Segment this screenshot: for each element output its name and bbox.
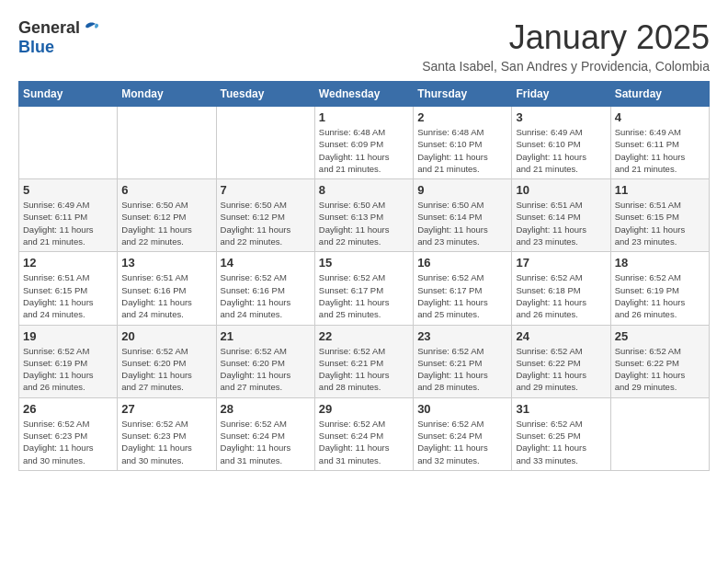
logo-blue: Blue xyxy=(18,38,54,56)
day-cell: 5Sunrise: 6:49 AM Sunset: 6:11 PM Daylig… xyxy=(19,179,118,252)
week-row-4: 19Sunrise: 6:52 AM Sunset: 6:19 PM Dayli… xyxy=(19,325,710,397)
day-cell xyxy=(216,107,314,179)
day-info: Sunrise: 6:52 AM Sunset: 6:25 PM Dayligh… xyxy=(516,418,606,466)
day-number: 22 xyxy=(319,329,409,343)
header-cell-sunday: Sunday xyxy=(19,82,118,107)
logo-general: General xyxy=(18,18,80,38)
day-number: 24 xyxy=(516,329,606,343)
day-info: Sunrise: 6:51 AM Sunset: 6:14 PM Dayligh… xyxy=(516,199,606,247)
day-cell: 24Sunrise: 6:52 AM Sunset: 6:22 PM Dayli… xyxy=(512,325,610,397)
day-number: 23 xyxy=(417,329,507,343)
week-row-2: 5Sunrise: 6:49 AM Sunset: 6:11 PM Daylig… xyxy=(19,179,710,252)
day-info: Sunrise: 6:51 AM Sunset: 6:15 PM Dayligh… xyxy=(23,271,113,320)
day-number: 21 xyxy=(221,329,311,343)
day-cell: 1Sunrise: 6:48 AM Sunset: 6:09 PM Daylig… xyxy=(314,107,413,179)
day-info: Sunrise: 6:52 AM Sunset: 6:23 PM Dayligh… xyxy=(23,418,113,466)
day-info: Sunrise: 6:49 AM Sunset: 6:11 PM Dayligh… xyxy=(615,126,705,175)
day-info: Sunrise: 6:48 AM Sunset: 6:10 PM Dayligh… xyxy=(417,126,507,175)
day-number: 7 xyxy=(221,183,311,197)
day-info: Sunrise: 6:50 AM Sunset: 6:12 PM Dayligh… xyxy=(221,199,311,247)
day-info: Sunrise: 6:49 AM Sunset: 6:10 PM Dayligh… xyxy=(516,126,606,175)
day-number: 19 xyxy=(23,329,113,343)
week-row-3: 12Sunrise: 6:51 AM Sunset: 6:15 PM Dayli… xyxy=(19,252,710,325)
day-info: Sunrise: 6:52 AM Sunset: 6:17 PM Dayligh… xyxy=(417,271,507,320)
week-row-1: 1Sunrise: 6:48 AM Sunset: 6:09 PM Daylig… xyxy=(19,107,710,179)
header-cell-friday: Friday xyxy=(512,82,610,107)
day-number: 31 xyxy=(516,402,606,416)
day-info: Sunrise: 6:52 AM Sunset: 6:19 PM Dayligh… xyxy=(615,271,705,320)
day-cell: 14Sunrise: 6:52 AM Sunset: 6:16 PM Dayli… xyxy=(216,252,314,325)
day-info: Sunrise: 6:51 AM Sunset: 6:15 PM Dayligh… xyxy=(615,199,705,247)
day-number: 18 xyxy=(615,256,705,270)
day-number: 28 xyxy=(221,402,311,416)
day-info: Sunrise: 6:52 AM Sunset: 6:22 PM Dayligh… xyxy=(516,345,606,394)
day-cell: 10Sunrise: 6:51 AM Sunset: 6:14 PM Dayli… xyxy=(512,179,610,252)
day-number: 5 xyxy=(23,183,113,197)
day-number: 27 xyxy=(121,402,211,416)
day-number: 4 xyxy=(615,110,705,124)
day-number: 2 xyxy=(417,110,507,124)
day-info: Sunrise: 6:52 AM Sunset: 6:24 PM Dayligh… xyxy=(417,418,507,466)
day-number: 1 xyxy=(319,110,409,124)
day-cell xyxy=(19,107,118,179)
day-number: 20 xyxy=(121,329,211,343)
header-row: SundayMondayTuesdayWednesdayThursdayFrid… xyxy=(19,82,710,107)
header-cell-tuesday: Tuesday xyxy=(216,82,314,107)
day-info: Sunrise: 6:49 AM Sunset: 6:11 PM Dayligh… xyxy=(23,199,113,247)
day-info: Sunrise: 6:52 AM Sunset: 6:24 PM Dayligh… xyxy=(221,418,311,466)
day-info: Sunrise: 6:52 AM Sunset: 6:20 PM Dayligh… xyxy=(121,345,211,394)
day-cell: 31Sunrise: 6:52 AM Sunset: 6:25 PM Dayli… xyxy=(512,397,610,470)
day-number: 9 xyxy=(417,183,507,197)
day-info: Sunrise: 6:48 AM Sunset: 6:09 PM Dayligh… xyxy=(319,126,409,175)
day-cell: 8Sunrise: 6:50 AM Sunset: 6:13 PM Daylig… xyxy=(314,179,413,252)
day-number: 11 xyxy=(615,183,705,197)
day-cell: 4Sunrise: 6:49 AM Sunset: 6:11 PM Daylig… xyxy=(610,107,709,179)
location-subtitle: Santa Isabel, San Andres y Providencia, … xyxy=(422,59,710,74)
week-row-5: 26Sunrise: 6:52 AM Sunset: 6:23 PM Dayli… xyxy=(19,397,710,470)
day-cell: 11Sunrise: 6:51 AM Sunset: 6:15 PM Dayli… xyxy=(610,179,709,252)
day-info: Sunrise: 6:52 AM Sunset: 6:19 PM Dayligh… xyxy=(23,345,113,394)
month-title: January 2025 xyxy=(422,18,710,57)
day-cell: 20Sunrise: 6:52 AM Sunset: 6:20 PM Dayli… xyxy=(118,325,216,397)
day-number: 26 xyxy=(23,402,113,416)
header-cell-monday: Monday xyxy=(118,82,216,107)
day-info: Sunrise: 6:52 AM Sunset: 6:22 PM Dayligh… xyxy=(615,345,705,394)
calendar-body: 1Sunrise: 6:48 AM Sunset: 6:09 PM Daylig… xyxy=(19,107,710,471)
day-cell: 2Sunrise: 6:48 AM Sunset: 6:10 PM Daylig… xyxy=(414,107,512,179)
day-cell: 19Sunrise: 6:52 AM Sunset: 6:19 PM Dayli… xyxy=(19,325,118,397)
day-number: 29 xyxy=(319,402,409,416)
day-cell: 25Sunrise: 6:52 AM Sunset: 6:22 PM Dayli… xyxy=(610,325,709,397)
day-cell: 18Sunrise: 6:52 AM Sunset: 6:19 PM Dayli… xyxy=(610,252,709,325)
header-cell-wednesday: Wednesday xyxy=(314,82,413,107)
calendar-header: SundayMondayTuesdayWednesdayThursdayFrid… xyxy=(19,82,710,107)
day-number: 14 xyxy=(221,256,311,270)
day-cell: 15Sunrise: 6:52 AM Sunset: 6:17 PM Dayli… xyxy=(314,252,413,325)
day-info: Sunrise: 6:52 AM Sunset: 6:18 PM Dayligh… xyxy=(516,271,606,320)
day-number: 6 xyxy=(121,183,211,197)
day-cell: 23Sunrise: 6:52 AM Sunset: 6:21 PM Dayli… xyxy=(414,325,512,397)
day-info: Sunrise: 6:52 AM Sunset: 6:21 PM Dayligh… xyxy=(319,345,409,394)
day-info: Sunrise: 6:50 AM Sunset: 6:12 PM Dayligh… xyxy=(121,199,211,247)
day-cell: 26Sunrise: 6:52 AM Sunset: 6:23 PM Dayli… xyxy=(19,397,118,470)
day-cell xyxy=(610,397,709,470)
day-number: 13 xyxy=(121,256,211,270)
day-cell: 30Sunrise: 6:52 AM Sunset: 6:24 PM Dayli… xyxy=(414,397,512,470)
day-info: Sunrise: 6:50 AM Sunset: 6:14 PM Dayligh… xyxy=(417,199,507,247)
logo-bird-icon xyxy=(82,19,100,38)
day-cell: 9Sunrise: 6:50 AM Sunset: 6:14 PM Daylig… xyxy=(414,179,512,252)
day-cell: 6Sunrise: 6:50 AM Sunset: 6:12 PM Daylig… xyxy=(118,179,216,252)
day-number: 30 xyxy=(417,402,507,416)
day-cell xyxy=(118,107,216,179)
page-header: General Blue January 2025 Santa Isabel, … xyxy=(18,18,710,74)
day-info: Sunrise: 6:50 AM Sunset: 6:13 PM Dayligh… xyxy=(319,199,409,247)
day-info: Sunrise: 6:51 AM Sunset: 6:16 PM Dayligh… xyxy=(121,271,211,320)
day-number: 25 xyxy=(615,329,705,343)
title-section: January 2025 Santa Isabel, San Andres y … xyxy=(422,18,710,74)
header-cell-thursday: Thursday xyxy=(414,82,512,107)
day-cell: 28Sunrise: 6:52 AM Sunset: 6:24 PM Dayli… xyxy=(216,397,314,470)
day-info: Sunrise: 6:52 AM Sunset: 6:24 PM Dayligh… xyxy=(319,418,409,466)
day-number: 10 xyxy=(516,183,606,197)
day-info: Sunrise: 6:52 AM Sunset: 6:21 PM Dayligh… xyxy=(417,345,507,394)
day-number: 12 xyxy=(23,256,113,270)
calendar-table: SundayMondayTuesdayWednesdayThursdayFrid… xyxy=(18,81,710,471)
